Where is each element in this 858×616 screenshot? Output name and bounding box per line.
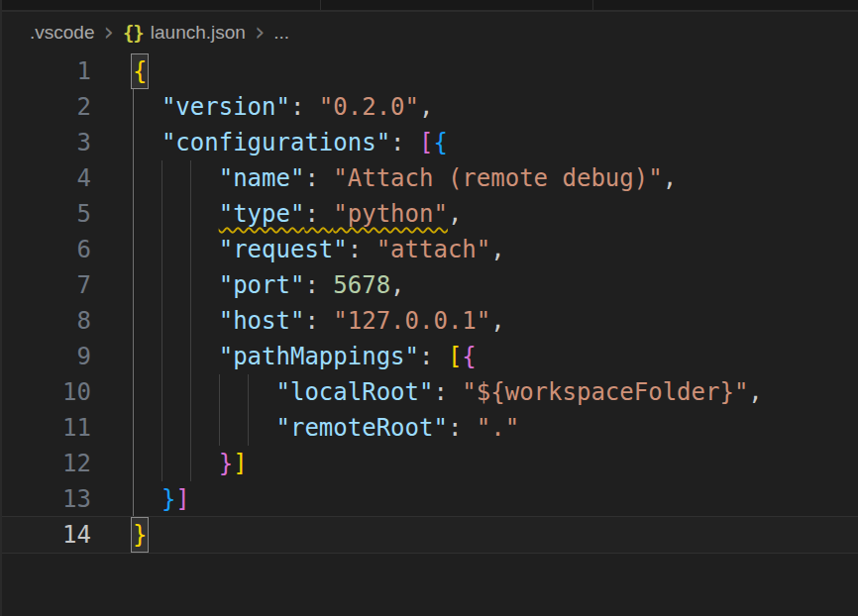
line-number[interactable]: 2 xyxy=(0,89,91,125)
breadcrumb-file[interactable]: launch.json xyxy=(151,22,246,44)
chevron-right-icon: › xyxy=(103,22,113,42)
code-token: { xyxy=(462,343,476,370)
indent-guide xyxy=(161,446,162,481)
code-token: : xyxy=(433,378,462,406)
code-token: : xyxy=(304,271,333,299)
line-number[interactable]: 11 xyxy=(0,410,91,446)
code-content: "pathMappings": [{ xyxy=(133,339,477,374)
code-token: [ xyxy=(419,129,433,156)
code-token: } xyxy=(219,450,233,477)
code-token: "host" xyxy=(219,307,305,335)
code-line[interactable]: 2"version": "0.2.0", xyxy=(0,89,858,125)
breadcrumb-folder[interactable]: .vscode xyxy=(30,22,94,44)
code-content: { xyxy=(133,53,147,89)
bracket-match: } xyxy=(132,518,148,552)
line-number[interactable]: 13 xyxy=(0,481,91,517)
indent-guide xyxy=(190,232,191,267)
code-token: : xyxy=(304,200,333,228)
code-line[interactable]: 9"pathMappings": [{ xyxy=(0,339,858,374)
json-braces-icon: {} xyxy=(123,22,144,44)
indent-guide xyxy=(133,267,134,303)
indent-guide xyxy=(133,125,134,160)
code-content: "host": "127.0.0.1", xyxy=(133,303,505,339)
code-line[interactable]: 12}] xyxy=(0,446,858,481)
code-line[interactable]: 5"type": "python", xyxy=(0,196,858,232)
code-token: , xyxy=(490,236,504,263)
indent-guide xyxy=(133,303,134,339)
code-line[interactable]: 11"remoteRoot": "." xyxy=(0,410,858,446)
code-token: "python" xyxy=(333,200,448,228)
code-line[interactable]: 7"port": 5678, xyxy=(0,267,858,303)
line-number[interactable]: 5 xyxy=(0,196,91,232)
indent-guide xyxy=(190,160,191,196)
code-line[interactable]: 3"configurations": [{ xyxy=(0,125,858,160)
code-content: "type": "python", xyxy=(133,196,462,232)
line-number[interactable]: 7 xyxy=(0,267,91,303)
line-number[interactable]: 4 xyxy=(0,160,91,196)
code-content: }] xyxy=(133,446,248,481)
line-number[interactable]: 6 xyxy=(0,232,91,267)
bracket-match: { xyxy=(132,54,148,88)
line-number[interactable]: 10 xyxy=(0,374,91,410)
indent-guide xyxy=(133,446,134,481)
code-content: "request": "attach", xyxy=(133,232,505,267)
indent-guide xyxy=(161,267,162,303)
indent-guide xyxy=(190,410,191,446)
code-token: "type" xyxy=(219,200,305,228)
indent-guide xyxy=(161,160,162,196)
code-content: "configurations": [{ xyxy=(133,125,448,160)
indent-guide xyxy=(161,232,162,267)
line-number[interactable]: 3 xyxy=(0,125,91,160)
code-token: "name" xyxy=(219,164,305,192)
code-line[interactable]: 10"localRoot": "${workspaceFolder}", xyxy=(0,374,858,410)
code-token: : xyxy=(390,129,419,156)
code-token: : xyxy=(348,236,376,263)
indent-guide xyxy=(133,481,134,517)
line-number[interactable]: 9 xyxy=(0,339,91,374)
code-token: "0.2.0" xyxy=(319,93,419,121)
code-line[interactable]: 13}] xyxy=(0,481,858,517)
code-content: "remoteRoot": "." xyxy=(133,410,519,446)
code-editor[interactable]: 1{2"version": "0.2.0",3"configurations":… xyxy=(0,53,858,553)
window-left-edge xyxy=(0,0,2,616)
chevron-right-icon: › xyxy=(255,22,265,42)
code-token: "version" xyxy=(161,93,290,121)
line-number[interactable]: 8 xyxy=(0,303,91,339)
code-token: "localRoot" xyxy=(275,378,433,406)
indent-guide xyxy=(133,232,134,267)
indent-guide xyxy=(190,339,191,374)
code-token: "${workspaceFolder}" xyxy=(462,378,748,406)
code-line[interactable]: 1{ xyxy=(0,53,858,89)
code-content: } xyxy=(133,517,147,553)
code-token: } xyxy=(161,485,175,513)
indent-guide xyxy=(190,303,191,339)
breadcrumb-symbol-more[interactable]: ... xyxy=(273,22,289,44)
indent-guide xyxy=(190,267,191,303)
line-number[interactable]: 14 xyxy=(0,517,91,553)
tab-divider xyxy=(592,0,593,10)
code-token: , xyxy=(390,271,404,299)
code-content: "port": 5678, xyxy=(133,267,405,303)
indent-guide xyxy=(133,339,134,374)
code-token: "Attach (remote debug)" xyxy=(333,164,662,192)
code-token: "configurations" xyxy=(161,129,390,156)
code-line[interactable]: 6"request": "attach", xyxy=(0,232,858,267)
indent-guide xyxy=(219,410,220,446)
code-token: "remoteRoot" xyxy=(275,414,447,442)
code-content: "name": "Attach (remote debug)", xyxy=(133,160,677,196)
code-token: , xyxy=(419,93,433,121)
code-token: "request" xyxy=(219,236,348,263)
code-token: [ xyxy=(448,343,462,370)
code-token: ] xyxy=(175,485,189,513)
indent-guide xyxy=(133,196,134,232)
indent-guide xyxy=(190,446,191,481)
indent-guide xyxy=(161,374,162,410)
code-line[interactable]: 4"name": "Attach (remote debug)", xyxy=(0,160,858,196)
code-token: , xyxy=(748,378,762,406)
indent-guide xyxy=(190,374,191,410)
line-number[interactable]: 1 xyxy=(0,53,91,89)
code-line[interactable]: 8"host": "127.0.0.1", xyxy=(0,303,858,339)
line-number[interactable]: 12 xyxy=(0,446,91,481)
code-content: "version": "0.2.0", xyxy=(133,89,433,125)
code-line[interactable]: 14} xyxy=(0,517,858,553)
